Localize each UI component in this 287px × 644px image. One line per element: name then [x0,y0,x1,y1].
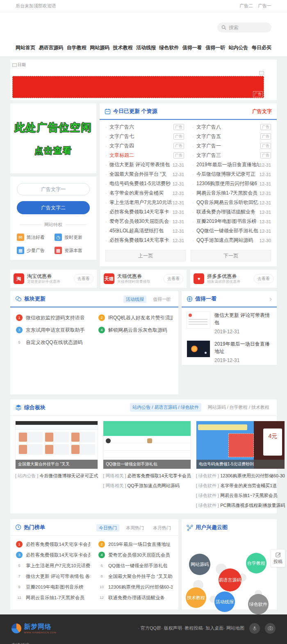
list-item[interactable]: · 电信号码免费领1-5元话费秒 12-31 [105,179,184,188]
list-item[interactable]: · 12306购票使用云闪付部储6 12-31 [192,179,271,188]
blocks-tab[interactable]: 活动线报 [123,296,146,303]
footer-link[interactable]: 教程投稿 [182,625,203,631]
submit-post-button[interactable]: 投稿 [271,549,285,567]
list-item[interactable]: · 必胜客免费领取14天宅享卡 12-31 [105,236,184,245]
footer-logo[interactable]: 新梦网络 WWW.XINMENGCN.COM [11,623,56,634]
combo-item[interactable]: 绿色软件网易云音乐抽1~7天黑胶会员 [196,493,285,499]
combo-item[interactable]: 站内公告今后微信微博聊天记录可正式 [15,473,98,479]
footer-link[interactable]: 网站地图 [223,625,244,631]
hot-item[interactable]: 6 QQ微信一键领全部手游礼包 [98,560,173,571]
list-item[interactable]: · 文字广告四 广告 [105,141,184,151]
nav-item[interactable]: 值得一看 [182,44,202,51]
interest-bubble[interactable]: 易语言源码 [219,568,241,591]
block-item[interactable]: 1 微信收款监控源码支持语音 [16,312,90,324]
interest-bubble[interactable]: 活动线报 [214,591,235,612]
topbar-ad-link[interactable]: 广告一 [258,3,271,8]
nav-item[interactable]: 绿色软件 [159,44,179,51]
interest-bubble[interactable]: 绿色软件 [248,594,269,614]
list-item[interactable]: · 掌上生活老用户7元充10元话 12-31 [105,198,184,207]
combo-item[interactable]: 网络相关必胜客免费领取14天宅享卡会员 [103,473,191,479]
footer-link[interactable]: 加入桌面 [203,625,224,631]
hot-tab[interactable]: 本周热门 [123,524,146,532]
list-item[interactable]: · 名字带金的麦当劳金桶买 12-31 [105,188,184,198]
coupon-card[interactable]: 天猫 天猫优惠券 大额券限时限量领取 去看看 [100,270,187,288]
hot-item[interactable]: 3 必胜客免费领取14天宅享卡会员 [16,550,90,560]
hot-tab[interactable]: 本月热门 [150,524,173,532]
block-item[interactable]: 4 解锁网易云音乐灰色取源码 [98,324,173,336]
nav-item[interactable]: 活动线报 [136,44,156,51]
list-item[interactable]: · 爱奇艺会员领30天屈臣氏会 12-31 [105,217,184,226]
footer-link[interactable]: 官方QQ群 [138,625,161,631]
list-item[interactable]: · 文字广告八 广告 [192,122,271,132]
coupon-go-button[interactable]: 去看看 [254,274,273,283]
list-item[interactable]: · 文字广告五 广告 [192,132,271,141]
camera-icon[interactable] [265,623,276,634]
list-item[interactable]: · 2019年最后一场日食直播地址 12-31 [192,160,271,170]
interest-bubble[interactable]: 网站源码 [189,554,210,575]
interest-bubble[interactable]: 自学教程 [246,553,266,573]
block-item[interactable]: 5 自定义改QQ在线状态源码 [16,336,90,348]
red-ad-banner[interactable]: 广告 [12,76,264,98]
topbar-ad-link[interactable]: 广告二 [239,3,253,8]
nav-item[interactable]: 技术教程 [113,44,133,51]
hot-item[interactable]: 8 全国最大聚合外挂平台 “叉叉助手 [98,571,173,582]
ad-text-button-2[interactable]: 广告文字二 [17,201,90,214]
list-item[interactable]: · 必胜客免费领取14天宅享卡 12-31 [105,207,184,217]
block-item[interactable]: 2 IRQQ机器人好友名片赞引流源 [98,312,173,324]
list-item[interactable]: · 文字广告六 广告 [105,122,184,132]
list-item[interactable]: · QQ微信一键领全部手游礼包 12-31 [192,226,271,236]
sight-item[interactable]: 微信大更新 评论可带表情包 2019-12-31 [182,307,277,336]
list-item[interactable]: · 联通免费办理骚话提醒业务 12-31 [192,207,271,217]
hot-item[interactable]: 9 豆瓣2019年电影图书音乐榜 [16,582,90,592]
nav-item[interactable]: 自学教程 [67,44,87,51]
empty-ad-slot[interactable]: 此处广告位空闲 点击查看 [10,103,96,173]
hot-item[interactable]: 5 掌上生活老用户7元充10元话费 [16,560,90,571]
list-item[interactable]: · 文字广告三 广告 [192,151,271,160]
list-item[interactable]: · 今后微信微博聊天记录可正 12-31 [192,170,271,179]
hot-item[interactable]: 4 爱奇艺会员领30天屈臣氏会员 [98,550,173,560]
coupon-go-button[interactable]: 去看看 [164,274,183,283]
combo-image-1[interactable]: 全国最大聚合外挂平台 “叉叉 [15,421,98,469]
search-input[interactable] [229,25,266,30]
ad-text-button-1[interactable]: 广告文字一 [17,183,90,195]
combo-item[interactable]: 绿色软件名字带金的麦当劳金桶买1送 [196,483,285,489]
list-item[interactable]: · 文字广告一 广告 [192,141,271,151]
combo-image-3[interactable]: 4元 电信号码免费领1-5元话费秒到 [196,421,285,469]
list-item[interactable]: · 文章标题二 广告 [105,151,184,160]
combo-tab-active[interactable]: 站内公告 / 易语言源码 / 绿色软件 [130,403,201,412]
block-item[interactable]: 3 京东试用申请京豆获取助手 [16,324,90,336]
list-item[interactable]: · 豆瓣2019年电影图书音乐榜 12-31 [192,217,271,226]
hot-item[interactable]: 10 12306购票使用云闪付部储60-30 [98,582,173,592]
ad-text-link[interactable]: 广告文字 [252,108,272,115]
nav-item[interactable]: 站内公告 [229,44,248,51]
nav-item[interactable]: 网站源码 [90,44,109,51]
mic-icon[interactable] [249,623,260,634]
combo-item[interactable]: 绿色软件PC腾讯微视多线程刷播放量源码 [196,502,285,509]
list-item[interactable]: · 全国最大聚合外挂平台 “叉 12-31 [105,170,184,179]
coupon-card[interactable]: 淘 淘宝优惠券 定期更新剁手优惠券 去看看 [10,270,97,288]
combo-image-2[interactable]: QQ微信一键领全部手游礼包 [103,421,191,469]
hot-item[interactable]: 12 联通免费办理骚话提醒业务 [98,592,173,603]
interest-bubble[interactable]: 技术教程 [186,587,206,608]
coupon-go-button[interactable]: 去看看 [74,274,93,283]
list-item[interactable]: · 45张LOL超高清壁纸打包 12-31 [105,226,184,236]
nav-item[interactable]: 易语言源码 [39,44,63,51]
hot-item[interactable]: 2 2019年最后一场日食直播地址 [98,539,173,550]
search-box[interactable] [217,23,271,32]
next-page-button[interactable]: 下一页 [191,250,271,261]
blocks-tab[interactable]: 值得一听 [150,296,173,303]
prev-page-button[interactable]: 上一页 [105,250,186,261]
combo-item[interactable]: 网络相关QQ手游加速点亮网站源码 [103,483,191,489]
hot-item[interactable]: 7 微信大更新 评论可带表情包 各种 [16,571,90,582]
list-item[interactable]: · QQ音乐网易云音乐听歌回忆 12-31 [192,198,271,207]
list-item[interactable]: · 微信大更新 评论可带表情包 12-31 [105,160,184,170]
list-item[interactable]: · 网易云音乐抽1-7天黑胶会员 12-31 [192,188,271,198]
chevron-right-icon[interactable]: › [269,295,272,303]
list-item[interactable]: · QQ手游加速点亮网站源码 12-30 [192,236,271,245]
nav-item[interactable]: 网站首页 [16,44,35,51]
footer-link[interactable]: 版权声明 [161,625,182,631]
hot-item[interactable]: 1 必胜客免费领取14天宅享卡会员 [16,539,90,550]
combo-tab-inactive[interactable]: 网站源码 / 自学教程 / 技术教程 [205,403,272,412]
hot-item[interactable]: 11 网易云音乐抽1-7天黑胶会员 [16,592,90,603]
nav-item[interactable]: 值得一听 [205,44,225,51]
